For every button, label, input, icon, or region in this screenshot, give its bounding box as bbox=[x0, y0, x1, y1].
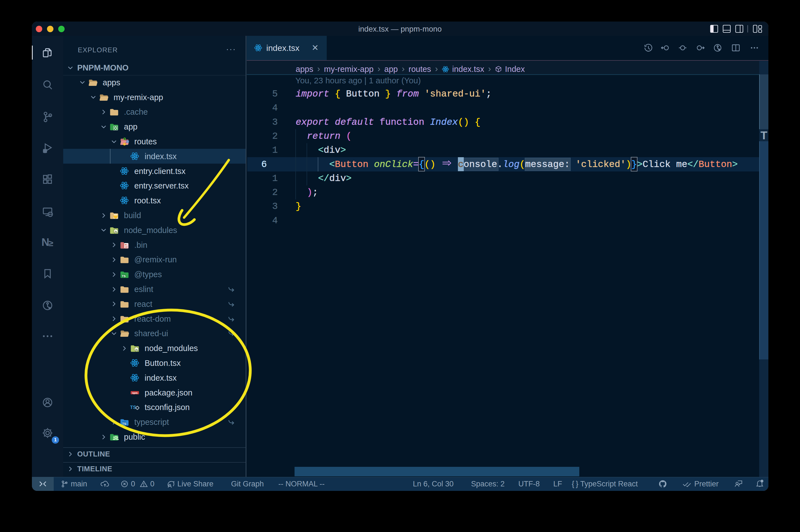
svg-text:TS: TS bbox=[122, 422, 126, 425]
svg-text:js: js bbox=[114, 230, 117, 233]
svg-text:≥: ≥ bbox=[49, 239, 53, 248]
svg-text:N: N bbox=[41, 236, 49, 248]
svg-text:TS: TS bbox=[130, 405, 136, 410]
svg-text:npm: npm bbox=[132, 391, 138, 394]
svg-text:js: js bbox=[135, 348, 138, 351]
svg-text:10: 10 bbox=[125, 246, 128, 249]
svg-text:TS: TS bbox=[122, 274, 126, 278]
